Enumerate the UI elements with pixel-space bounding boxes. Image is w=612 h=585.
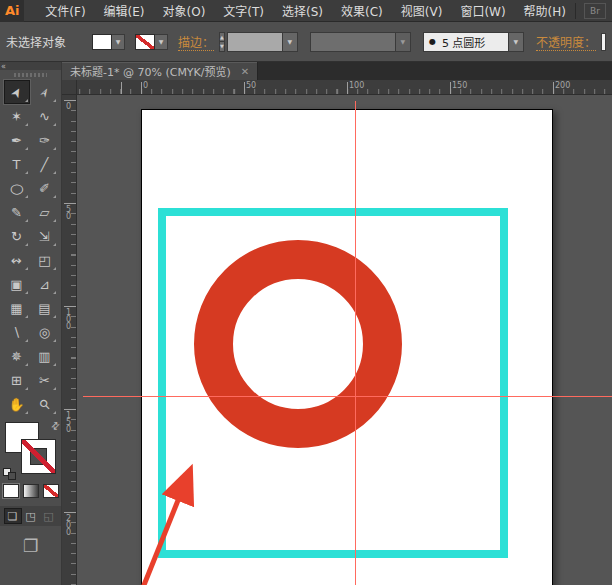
tool-mesh[interactable]: ▦ [4, 296, 30, 320]
tool-pen[interactable]: ✒ [4, 128, 30, 152]
tool-icon: ➤ [7, 84, 25, 101]
stroke-weight-combo[interactable]: ▼ [227, 32, 298, 52]
bridge-button[interactable]: Br [584, 3, 606, 19]
menu-item[interactable]: 效果(C) [332, 0, 392, 22]
screen-mode-button[interactable]: ❐ [18, 536, 44, 556]
stepper-down-icon[interactable]: ▼ [220, 42, 224, 51]
tool-column-graph[interactable]: ▥ [32, 344, 58, 368]
tool-grid: ➤ ➢ ✶ ∿ ✒ ✑ [0, 80, 61, 416]
brush-definition-arrow-icon[interactable]: ▼ [509, 32, 524, 52]
tool-blend[interactable]: ◎ [32, 320, 58, 344]
tool-icon: ○ [9, 181, 23, 196]
stroke-weight-stepper[interactable]: ▲ ▼ [219, 32, 225, 52]
brush-definition-label: 5 点圆形 [442, 34, 486, 50]
horizontal-ruler[interactable]: 050100150200 [77, 80, 612, 95]
tool-gradient[interactable]: ▤ [32, 296, 58, 320]
brush-definition-value[interactable]: ● 5 点圆形 [423, 32, 509, 52]
swap-fill-stroke-icon[interactable]: ⇄ [48, 419, 62, 433]
stroke-color-control[interactable]: ▼ [135, 34, 168, 50]
mode-draw-behind[interactable]: ◳ [22, 508, 40, 524]
tool-width[interactable]: ↭ [4, 248, 30, 272]
vertical-ruler[interactable]: 050100150200 [62, 95, 77, 585]
none-slash-icon [22, 440, 55, 473]
tool-selection[interactable]: ➤ [4, 80, 30, 104]
none-button[interactable] [43, 484, 59, 498]
horizontal-guide[interactable] [83, 396, 612, 397]
mode-draw-inside[interactable]: ◱ [40, 508, 58, 524]
tool-icon: ↻ [11, 229, 22, 244]
opacity-input[interactable] [601, 33, 606, 51]
tool-curvature[interactable]: ✑ [32, 128, 58, 152]
tool-shape-builder[interactable]: ▣ [4, 272, 30, 296]
vertical-guide[interactable] [355, 101, 356, 585]
menu-item[interactable]: 对象(O) [154, 0, 215, 22]
tool-icon: ⊿ [39, 277, 50, 292]
mode-icon: ◳ [25, 510, 35, 523]
menu-item[interactable]: 文件(F) [36, 0, 94, 22]
tool-icon: ↭ [11, 253, 22, 268]
tool-icon: ◰ [38, 253, 50, 268]
color-button[interactable] [3, 484, 19, 498]
stroke-dropdown-arrow-icon[interactable]: ▼ [155, 34, 168, 50]
gradient-button[interactable] [23, 484, 39, 498]
document-viewport[interactable] [77, 95, 612, 585]
variable-width-arrow-icon[interactable]: ▼ [396, 32, 411, 52]
tool-icon: ⚲ [36, 395, 53, 412]
tool-icon: ⇲ [39, 229, 50, 244]
variable-width-value[interactable] [310, 32, 396, 52]
document-tab[interactable]: 未标题-1* @ 70% (CMYK/预览) ✕ [62, 62, 258, 80]
tool-eyedropper[interactable]: ∖ [4, 320, 30, 344]
menu-item[interactable]: 编辑(E) [95, 0, 154, 22]
stroke-weight-arrow-icon[interactable]: ▼ [283, 32, 298, 52]
tool-pencil[interactable]: ✎ [4, 200, 30, 224]
tool-perspective-grid[interactable]: ⊿ [32, 272, 58, 296]
control-bar: 未选择对象 ▼ ▼ 描边： ▲ ▼ ▼ ▼ ● 5 点圆形 ▼ [0, 22, 612, 62]
stroke-weight-value[interactable] [227, 32, 283, 52]
tool-free-transform[interactable]: ◰ [32, 248, 58, 272]
tool-icon: ✂ [39, 373, 50, 388]
fill-swatch[interactable] [92, 34, 112, 50]
tool-artboard[interactable]: ⊞ [4, 368, 30, 392]
menu-item[interactable]: 选择(S) [273, 0, 332, 22]
menu-item[interactable]: 文字(T) [214, 0, 273, 22]
tool-symbol-sprayer[interactable]: ✵ [4, 344, 30, 368]
stepper-up-icon[interactable]: ▲ [220, 33, 224, 43]
tool-hand[interactable]: ✋ [4, 392, 30, 416]
tool-scale[interactable]: ⇲ [32, 224, 58, 248]
brush-definition-combo[interactable]: ● 5 点圆形 ▼ [423, 32, 524, 52]
ruler-origin-corner[interactable] [62, 80, 77, 95]
tool-lasso[interactable]: ∿ [32, 104, 58, 128]
tool-paintbrush[interactable]: ✐ [32, 176, 58, 200]
tool-eraser[interactable]: ▱ [32, 200, 58, 224]
variable-width-combo[interactable]: ▼ [310, 32, 411, 52]
stroke-panel-link[interactable]: 描边： [178, 33, 214, 51]
opacity-panel-link[interactable]: 不透明度： [536, 33, 596, 51]
stroke-swatch-none[interactable] [135, 34, 155, 50]
hruler-label: 50 [246, 81, 256, 90]
menu-item[interactable]: 帮助(H) [515, 0, 575, 22]
mode-draw-normal[interactable]: ❏ [4, 508, 22, 524]
tools-panel: « ➤ ➢ ✶ ∿ ✒ [0, 62, 62, 585]
vruler-label: 200 [64, 514, 73, 535]
default-fill-stroke-icon[interactable] [3, 468, 16, 480]
tool-magic-wand[interactable]: ✶ [4, 104, 30, 128]
tab-close-icon[interactable]: ✕ [241, 66, 249, 77]
menu-item[interactable]: 视图(V) [392, 0, 452, 22]
menu-item[interactable]: 窗口(W) [451, 0, 514, 22]
fill-color-control[interactable]: ▼ [92, 34, 125, 50]
tool-line-segment[interactable]: ╱ [32, 152, 58, 176]
panel-grip-handle[interactable] [14, 71, 47, 78]
vruler-label: 100 [64, 308, 73, 329]
tool-direct-selection[interactable]: ➢ [32, 80, 58, 104]
fill-dropdown-arrow-icon[interactable]: ▼ [112, 34, 125, 50]
tool-icon: ✐ [39, 181, 50, 196]
tool-zoom[interactable]: ⚲ [32, 392, 58, 416]
red-ring-shape[interactable] [194, 240, 402, 448]
tool-slice[interactable]: ✂ [32, 368, 58, 392]
hruler-label: 150 [452, 81, 467, 90]
stroke-color-proxy[interactable] [21, 439, 56, 474]
tool-type[interactable]: T [4, 152, 30, 176]
tool-ellipse[interactable]: ○ [4, 176, 30, 200]
panel-collapse-icon[interactable]: « [1, 62, 6, 71]
tool-rotate[interactable]: ↻ [4, 224, 30, 248]
